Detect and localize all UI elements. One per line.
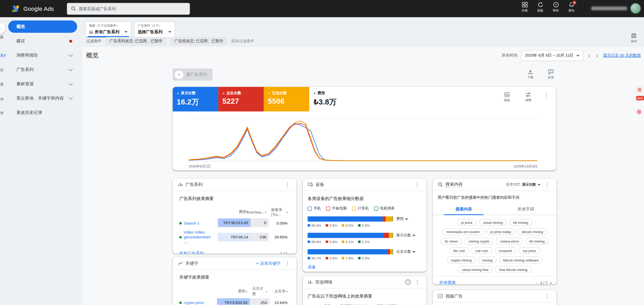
keyword-link[interactable]: crypto price	[184, 300, 204, 305]
metric-tab-impressions[interactable]: ▼ 展示次数 16.2万	[173, 87, 218, 111]
help-icon[interactable]: ?	[405, 279, 411, 285]
bar-metric-selector[interactable]: 展示次数	[396, 233, 416, 238]
notifications-button[interactable]: 1 通知	[565, 2, 578, 13]
search-term-chip[interactable]: pi price today	[486, 228, 515, 235]
floating-extension-icon[interactable]	[636, 87, 643, 93]
avatar[interactable]	[630, 3, 641, 14]
more-options-icon[interactable]: ⋮	[543, 181, 552, 188]
more-options-icon[interactable]: ⋮	[413, 181, 422, 188]
tab-included-words[interactable]: 所含字词	[495, 204, 557, 215]
search-term-chip[interactable]: bh mining	[525, 238, 549, 245]
tab-search-terms[interactable]: 搜索内容	[433, 204, 495, 215]
add-filter-button[interactable]: 添加过滤条件	[231, 38, 254, 44]
help-button[interactable]: ? 帮助	[549, 2, 563, 13]
search-term-chip[interactable]: coti coin	[471, 247, 492, 254]
search-term-chip[interactable]: free bitcoin mining	[495, 266, 531, 273]
campaign-link[interactable]: Search-1	[184, 221, 200, 226]
all-campaigns-link[interactable]: 所有广告系列	[179, 251, 204, 254]
sidebar-item-change-history[interactable]: 更改历史记录	[8, 107, 77, 119]
legend-item-mobile[interactable]: 手机	[308, 206, 321, 211]
rate-cell: 29.65%	[269, 233, 290, 241]
feedback-button[interactable]: 反馈	[544, 69, 558, 80]
campaign-link[interactable]: Video Video görüntülemeleri -...	[184, 230, 215, 245]
search-term-chip[interactable]: cloud mining free	[458, 266, 493, 273]
legend-item-tablet[interactable]: 平板电脑	[326, 206, 347, 211]
filter-chip-campaign-status[interactable]: 广告系列状态: 已启用、已暂停	[105, 37, 166, 46]
search-term-chip[interactable]: pi price	[457, 219, 477, 226]
add-keywords-button[interactable]: + 添加关键字	[256, 260, 280, 266]
more-options-icon[interactable]: ⋮	[283, 260, 292, 267]
search-term-chip[interactable]: mineração em nuvem	[442, 228, 484, 235]
device-percentages: 88.4% 3.6% 8.0% 0.0%	[303, 222, 427, 227]
sidebar-item-assets[interactable]: 素材资源	[8, 78, 77, 90]
plus-icon: +	[175, 70, 184, 79]
bar-metric-selector[interactable]: 费用	[396, 216, 408, 222]
search-term-chip[interactable]: mining	[478, 257, 497, 264]
search-input[interactable]	[79, 6, 186, 11]
download-button[interactable]: 下载	[524, 69, 537, 80]
devices-link[interactable]: 设备	[308, 264, 316, 270]
sidebar-item-overview[interactable]: 概览	[8, 20, 77, 33]
search-term-chip[interactable]: bitcoin mining	[518, 228, 547, 235]
device-bar-track	[308, 249, 393, 255]
search-term-chip[interactable]: bit mining	[509, 219, 532, 226]
search-term-chip[interactable]: cruxpool	[495, 247, 516, 254]
legend-item-desktop[interactable]: 计算机	[352, 206, 369, 211]
column-header-ctr[interactable]: 点击率▾	[269, 287, 290, 296]
sidebar-item-recommendations[interactable]: 建议	[8, 35, 77, 47]
appearance-button[interactable]: 外观	[518, 2, 531, 13]
view-selector[interactable]: 视图（2 个过滤条件） 所有广告系列	[85, 21, 131, 38]
more-options-icon[interactable]: ⋮	[542, 92, 551, 99]
sort-by-selector[interactable]: 排序方式: 展示次数	[506, 182, 541, 187]
search-term-chip[interactable]: xrp price	[519, 247, 540, 254]
card-title: 投放网络	[315, 279, 333, 285]
metric-value: 5227	[222, 97, 260, 106]
more-options-icon[interactable]: ⋮	[543, 292, 552, 299]
search-term-chip[interactable]: bitcoin mining software	[499, 257, 543, 264]
date-range-picker[interactable]: 2025年 6月 5日 – 10月 11日	[521, 50, 583, 61]
refresh-button[interactable]: 刷新	[533, 2, 547, 13]
search-term-chip[interactable]: solana price	[496, 238, 523, 245]
previous-period-button[interactable]: ‹	[587, 52, 591, 59]
column-header-trueview[interactable]: TrueView...▾	[251, 208, 269, 216]
save-button[interactable]: 保存	[627, 33, 641, 44]
tablet-icon	[326, 206, 330, 211]
sidebar-item-insights-reports[interactable]: 洞察和报告	[8, 49, 77, 61]
all-searches-link[interactable]: 所有搜索	[439, 280, 456, 285]
filter-chip-adgroup-status[interactable]: 广告组状态: 已启用、已暂停	[170, 37, 227, 46]
metric-tab-cost[interactable]: ▼ 费用 ₺3.8万	[309, 87, 355, 111]
page-next-button[interactable]: ›	[290, 251, 291, 254]
collapse-nav-button[interactable]: ←	[0, 23, 5, 34]
adjust-button[interactable]: 调整	[521, 92, 536, 102]
page-prev-button[interactable]: ‹	[276, 251, 277, 254]
show-last-30-days-link[interactable]: 显示过去 30 天的数据	[603, 53, 641, 58]
sidebar-item-audiences-keywords-content[interactable]: 受众群体、关键字和内容	[8, 92, 77, 104]
page-indicator: 1 / 1	[280, 251, 288, 254]
more-options-icon[interactable]: ⋮	[413, 279, 422, 286]
column-header-cost[interactable]: 费用▾	[217, 287, 250, 296]
page-prev-button[interactable]: ‹	[536, 280, 537, 285]
search-term-chip[interactable]: cloud mining	[479, 219, 507, 226]
bar-metric-selector[interactable]: 点击次数	[396, 249, 416, 255]
new-feature-badge[interactable]: NEW	[636, 96, 644, 100]
metrics-settings-button[interactable]: 指标	[500, 92, 515, 102]
sidebar-item-campaigns[interactable]: 广告系列	[8, 64, 77, 76]
account-menu[interactable]	[591, 3, 641, 14]
new-campaign-button[interactable]: + 新广告系列	[173, 68, 213, 81]
legend-item-tv[interactable]: 电视屏幕	[374, 206, 395, 211]
page-next-button[interactable]: ›	[550, 280, 552, 285]
column-header-clicks[interactable]: 点击次数▾	[250, 284, 269, 298]
search-term-chip[interactable]: ltc miner	[441, 238, 462, 245]
search-term-chip[interactable]: crypto mining	[447, 257, 476, 264]
global-search-box[interactable]	[67, 3, 190, 14]
next-period-button[interactable]: ›	[595, 52, 599, 59]
column-header-view-rate[interactable]: 观看率 (Tru...▾	[269, 206, 290, 218]
more-options-icon[interactable]: ⋮	[283, 181, 292, 188]
search-term-chip[interactable]: mining crypto	[465, 238, 494, 245]
metric-tab-clicks[interactable]: ▼ 点击次数 5227	[218, 87, 264, 111]
metric-tab-interactions[interactable]: ▼ 互动次数 5506	[264, 87, 309, 111]
google-ads-logo[interactable]: Google Ads	[12, 5, 54, 12]
search-term-chip[interactable]: btc usd	[449, 247, 469, 254]
campaign-selector[interactable]: 广告系列（2 个） 选择广告系列	[134, 21, 175, 38]
floating-chat-icon[interactable]	[636, 109, 642, 115]
